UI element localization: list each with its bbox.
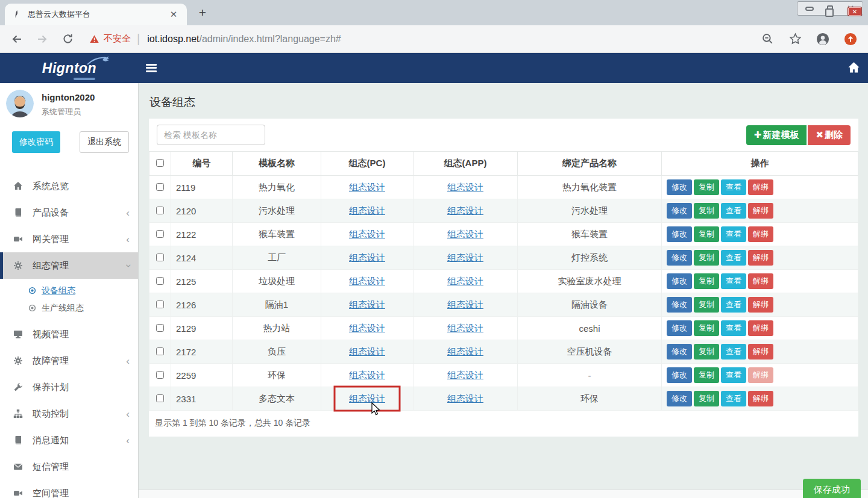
pc-config-link[interactable]: 组态设计 <box>349 346 385 356</box>
view-button[interactable]: 查看 <box>721 344 746 359</box>
modify-button[interactable]: 修改 <box>667 344 692 359</box>
profile-avatar-icon[interactable] <box>816 33 829 46</box>
home-icon[interactable] <box>848 61 861 75</box>
forward-button[interactable] <box>35 32 49 46</box>
sidebar-item[interactable]: 故障管理‹ <box>0 347 138 374</box>
view-button[interactable]: 查看 <box>721 226 746 242</box>
view-button[interactable]: 查看 <box>721 203 746 219</box>
unbind-button[interactable]: 解绑 <box>748 320 773 336</box>
tab-close-icon[interactable]: ✕ <box>168 9 180 20</box>
copy-button[interactable]: 复制 <box>694 367 719 383</box>
window-restore-button[interactable] <box>822 4 838 13</box>
app-config-link[interactable]: 组态设计 <box>447 370 483 380</box>
modify-button[interactable]: 修改 <box>667 203 692 219</box>
row-checkbox[interactable] <box>156 300 164 308</box>
unbind-button[interactable]: 解绑 <box>748 367 773 383</box>
update-button-icon[interactable] <box>844 33 857 46</box>
browser-tab[interactable]: 思普云大数据平台 ✕ <box>5 4 187 25</box>
row-checkbox[interactable] <box>156 254 164 261</box>
copy-button[interactable]: 复制 <box>694 297 719 313</box>
row-checkbox[interactable] <box>156 183 164 191</box>
new-template-button[interactable]: ✚新建模板 <box>746 125 807 145</box>
hamburger-menu-icon[interactable] <box>146 62 158 74</box>
copy-button[interactable]: 复制 <box>694 320 719 336</box>
bookmark-star-icon[interactable] <box>788 33 802 46</box>
select-all-checkbox[interactable] <box>156 159 164 167</box>
pc-config-link[interactable]: 组态设计 <box>349 299 385 310</box>
app-config-link[interactable]: 组态设计 <box>447 205 483 216</box>
pc-config-link[interactable]: 组态设计 <box>349 393 385 403</box>
pc-config-link[interactable]: 组态设计 <box>349 252 385 263</box>
window-minimize-button[interactable] <box>801 4 818 13</box>
sidebar-item[interactable]: 系统总览 <box>0 173 138 199</box>
row-checkbox[interactable] <box>156 277 164 285</box>
address-bar[interactable]: 不安全 | iot.idosp.net/admin/index.html?lan… <box>89 32 761 46</box>
view-button[interactable]: 查看 <box>721 250 746 266</box>
zoom-out-icon[interactable] <box>761 33 774 46</box>
logout-button[interactable]: 退出系统 <box>80 131 129 153</box>
sidebar-item[interactable]: 网关管理‹ <box>0 226 138 252</box>
unbind-button[interactable]: 解绑 <box>748 273 773 289</box>
view-button[interactable]: 查看 <box>721 391 746 406</box>
pc-config-link[interactable]: 组态设计 <box>349 205 385 216</box>
view-button[interactable]: 查看 <box>721 273 746 289</box>
copy-button[interactable]: 复制 <box>694 273 719 289</box>
pc-config-link[interactable]: 组态设计 <box>349 229 385 239</box>
modify-button[interactable]: 修改 <box>667 367 692 383</box>
unbind-button[interactable]: 解绑 <box>748 391 773 406</box>
pc-config-link[interactable]: 组态设计 <box>349 182 385 192</box>
sidebar-item[interactable]: 消息通知‹ <box>0 427 138 453</box>
copy-button[interactable]: 复制 <box>694 250 719 266</box>
app-config-link[interactable]: 组态设计 <box>447 393 483 403</box>
row-checkbox[interactable] <box>156 207 164 214</box>
copy-button[interactable]: 复制 <box>694 391 719 406</box>
unbind-button[interactable]: 解绑 <box>748 203 773 219</box>
view-button[interactable]: 查看 <box>721 179 746 195</box>
copy-button[interactable]: 复制 <box>694 226 719 242</box>
sidebar-item[interactable]: 组态管理‹ <box>0 252 138 279</box>
pc-config-link[interactable]: 组态设计 <box>349 370 385 380</box>
unbind-button[interactable]: 解绑 <box>748 179 773 195</box>
sidebar-subitem[interactable]: 设备组态 <box>0 282 138 299</box>
reload-button[interactable] <box>60 32 75 46</box>
change-password-button[interactable]: 修改密码 <box>12 131 60 153</box>
app-config-link[interactable]: 组态设计 <box>447 299 483 310</box>
pc-config-link[interactable]: 组态设计 <box>349 276 385 286</box>
app-config-link[interactable]: 组态设计 <box>447 323 483 333</box>
row-checkbox[interactable] <box>156 371 164 379</box>
modify-button[interactable]: 修改 <box>667 320 692 336</box>
app-config-link[interactable]: 组态设计 <box>447 276 483 286</box>
unbind-button[interactable]: 解绑 <box>748 297 773 313</box>
copy-button[interactable]: 复制 <box>694 344 719 359</box>
sidebar-subitem[interactable]: 生产线组态 <box>0 299 138 317</box>
modify-button[interactable]: 修改 <box>667 273 692 289</box>
copy-button[interactable]: 复制 <box>694 203 719 219</box>
search-input[interactable] <box>157 125 265 145</box>
view-button[interactable]: 查看 <box>721 367 746 383</box>
back-button[interactable] <box>10 32 24 46</box>
sidebar-item[interactable]: 短信管理 <box>0 453 138 480</box>
modify-button[interactable]: 修改 <box>667 297 692 313</box>
logo-area[interactable]: Hignton <box>0 53 139 83</box>
sidebar-item[interactable]: 空间管理 <box>0 480 138 498</box>
sidebar-item[interactable]: 保养计划 <box>0 374 138 400</box>
modify-button[interactable]: 修改 <box>667 179 692 195</box>
unbind-button[interactable]: 解绑 <box>748 226 773 242</box>
modify-button[interactable]: 修改 <box>667 226 692 242</box>
sidebar-item[interactable]: 视频管理 <box>0 321 138 347</box>
sidebar-item[interactable]: 联动控制‹ <box>0 400 138 427</box>
modify-button[interactable]: 修改 <box>667 391 692 406</box>
app-config-link[interactable]: 组态设计 <box>447 229 483 239</box>
row-checkbox[interactable] <box>156 394 164 402</box>
copy-button[interactable]: 复制 <box>694 179 719 195</box>
new-tab-button[interactable]: + <box>194 5 211 22</box>
view-button[interactable]: 查看 <box>721 297 746 313</box>
app-config-link[interactable]: 组态设计 <box>447 252 483 263</box>
unbind-button[interactable]: 解绑 <box>748 344 773 359</box>
row-checkbox[interactable] <box>156 347 164 355</box>
view-button[interactable]: 查看 <box>721 320 746 336</box>
app-config-link[interactable]: 组态设计 <box>447 346 483 356</box>
pc-config-link[interactable]: 组态设计 <box>349 323 385 333</box>
app-config-link[interactable]: 组态设计 <box>447 182 483 192</box>
row-checkbox[interactable] <box>156 324 164 332</box>
